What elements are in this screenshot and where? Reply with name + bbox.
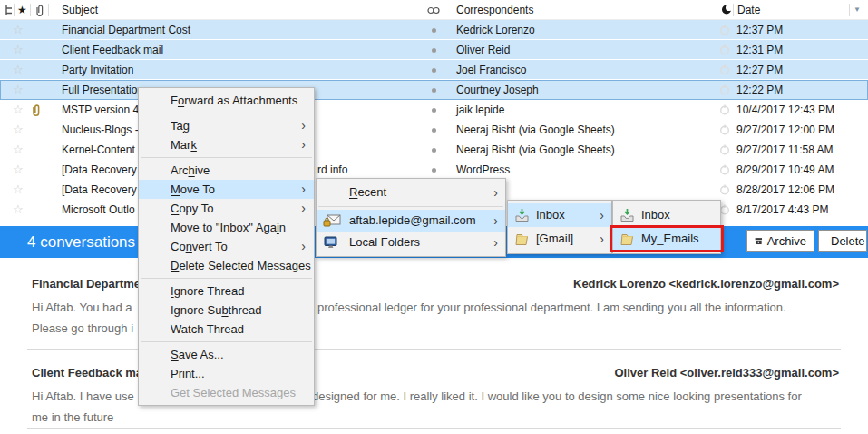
correspondent-dot-icon — [432, 108, 436, 113]
context-menu: Forward as Attachments Tag› Mark› Archiv… — [138, 87, 315, 406]
star-icon[interactable]: ☆ — [13, 40, 24, 60]
snooze-clock-icon — [719, 184, 730, 195]
submenu-item-label: Inbox — [536, 208, 565, 222]
submenu-arrow-icon: › — [600, 203, 604, 227]
star-icon[interactable]: ☆ — [13, 140, 24, 160]
star-icon[interactable]: ☆ — [13, 60, 24, 80]
message-correspondent: Oliver Reid — [456, 40, 510, 60]
submenu-item-local-folders[interactable]: Local Folders› — [317, 232, 505, 253]
message-subject: Nucleus-Blogs - — [62, 120, 139, 140]
message-correspondent: Neeraj Bisht (via Google Sheets) — [456, 120, 615, 140]
submenu-arrow-icon: › — [493, 232, 498, 253]
folder-icon — [619, 232, 635, 246]
menu-item-label: Delete Selected Messages — [171, 259, 311, 272]
correspondents-column-header[interactable]: Correspondents — [456, 0, 533, 20]
menu-item-ignore-thread[interactable]: Ignore Thread — [139, 281, 314, 301]
menu-item-move-to-inbox-again[interactable]: Move to "Inbox" Again — [139, 218, 314, 237]
menu-item-label: Ignore Subthread — [171, 303, 261, 317]
preview-sender: Oliver Reid <oliver.reid333@gmail.com> — [614, 366, 839, 380]
message-row-focused[interactable]: ☆ Full Presentation Courtney Joseph 12:2… — [0, 80, 868, 100]
menu-item-copy-to[interactable]: Copy To› — [139, 199, 314, 218]
snooze-clock-icon — [719, 25, 730, 35]
message-subject: Party Invitation — [62, 60, 133, 80]
folders-submenu-level2: Inbox My_Emails — [612, 200, 721, 254]
preview-sender: Kedrick Lorenzo <kedrick.lorenzo@gmail.c… — [573, 277, 839, 291]
menu-item-save-as[interactable]: Save As... — [139, 345, 314, 364]
delete-button-label: Delete — [831, 234, 865, 248]
message-correspondent: Neeraj Bisht (via Google Sheets) — [456, 140, 615, 160]
menu-separator — [141, 278, 312, 279]
menu-item-archive[interactable]: Archive — [139, 161, 314, 180]
correspondents-column-icon[interactable] — [427, 6, 441, 15]
message-date: 8/28/2017 12:06 PM — [736, 180, 834, 200]
correspondent-dot-icon — [432, 148, 436, 153]
snooze-clock-icon — [719, 164, 730, 175]
submenu-item-inbox[interactable]: Inbox› — [508, 203, 611, 227]
read-column-icon[interactable] — [721, 4, 733, 15]
menu-item-forward-as-attachments[interactable]: Forward as Attachments — [139, 91, 314, 110]
submenu-item-gmail-folder[interactable]: [Gmail]› — [508, 227, 611, 251]
message-subject: [Data Recovery — [62, 180, 137, 200]
star-icon[interactable]: ☆ — [13, 80, 24, 100]
submenu-item-my-emails[interactable]: My_Emails — [613, 227, 720, 251]
menu-item-mark[interactable]: Mark› — [139, 135, 314, 154]
menu-item-ignore-subthread[interactable]: Ignore Subthread — [139, 301, 314, 320]
submenu-item-recent[interactable]: Recent› — [317, 182, 505, 203]
message-subject: Full Presentation — [62, 80, 143, 100]
submenu-item-label: Inbox — [641, 208, 670, 222]
attachment-column-icon[interactable] — [34, 4, 45, 17]
menu-item-convert-to[interactable]: Convert To› — [139, 237, 314, 256]
star-icon[interactable]: ☆ — [13, 180, 24, 200]
message-correspondent: Kedrick Lorenzo — [456, 20, 535, 40]
local-folders-icon — [323, 235, 339, 250]
submenu-arrow-icon: › — [301, 199, 306, 218]
message-row[interactable]: ☆ Party Invitation Joel Francisco 12:27 … — [0, 60, 868, 80]
snooze-clock-icon — [719, 44, 730, 55]
date-column-header[interactable]: Date — [737, 0, 760, 20]
menu-item-delete-selected-messages[interactable]: Delete Selected Messages — [139, 256, 314, 275]
message-row[interactable]: ☆ MSTP version 4 jaik lepide 10/4/2017 1… — [0, 100, 868, 120]
snooze-clock-icon — [719, 124, 730, 135]
star-icon[interactable]: ☆ — [13, 200, 24, 220]
menu-item-label: Tag — [171, 119, 190, 133]
star-icon[interactable]: ☆ — [13, 20, 24, 40]
snooze-clock-icon — [719, 84, 730, 95]
archive-button[interactable]: Archive — [746, 230, 814, 252]
message-row[interactable]: ☆ Nucleus-Blogs - Neeraj Bisht (via Goog… — [0, 120, 868, 140]
message-subject: [Data Recovery — [62, 160, 137, 180]
message-date: 12:37 PM — [736, 20, 783, 40]
menu-item-label: Watch Thread — [171, 322, 244, 336]
menu-item-tag[interactable]: Tag› — [139, 116, 314, 135]
menu-item-print[interactable]: Print... — [139, 364, 314, 383]
preview-title[interactable]: Client Feedback mail — [32, 366, 149, 380]
preview-body: designed for me. I really liked it. I wo… — [312, 390, 802, 403]
message-row[interactable]: ☆ Client Feedback mail Oliver Reid 12:31… — [0, 40, 868, 60]
preview-body: professional ledger for your professiona… — [317, 301, 786, 314]
message-correspondent: WordPress — [456, 160, 510, 180]
snooze-clock-icon — [719, 64, 730, 75]
menu-item-label: Ignore Thread — [171, 284, 244, 298]
message-row[interactable]: ☆ Kernel-Content Neeraj Bisht (via Googl… — [0, 140, 868, 160]
menu-item-watch-thread[interactable]: Watch Thread — [139, 320, 314, 339]
message-row[interactable]: ☆ Financial Department Cost Kedrick Lore… — [0, 20, 868, 40]
menu-item-move-to[interactable]: Move To› — [139, 180, 314, 199]
menu-item-label: Save As... — [171, 348, 224, 361]
delete-button[interactable]: Delete — [818, 230, 867, 252]
submenu-item-gmail-account[interactable]: aftab.lepide@gmail.com› — [317, 210, 505, 232]
correspondent-dot-icon — [432, 88, 436, 93]
message-subject: Client Feedback mail — [62, 40, 163, 60]
submenu-arrow-icon: › — [600, 227, 604, 251]
submenu-item-inbox[interactable]: Inbox — [613, 203, 720, 227]
message-correspondent: Courtney Joseph — [456, 80, 539, 100]
menu-separator — [141, 341, 312, 342]
message-subject: MSTP version 4 — [62, 100, 139, 120]
message-row[interactable]: ☆ [Data Recovery rd info WordPress 8/29/… — [0, 160, 868, 180]
message-date: 8/29/2017 10:49 AM — [736, 160, 834, 180]
message-correspondent: Joel Francisco — [456, 60, 526, 80]
star-icon[interactable]: ☆ — [13, 120, 24, 140]
subject-column-header[interactable]: Subject — [62, 0, 98, 20]
sort-descending-icon[interactable]: ▼ — [853, 0, 861, 20]
star-column-icon[interactable]: ★ — [17, 0, 27, 20]
star-icon[interactable]: ☆ — [13, 100, 24, 120]
star-icon[interactable]: ☆ — [13, 160, 24, 180]
